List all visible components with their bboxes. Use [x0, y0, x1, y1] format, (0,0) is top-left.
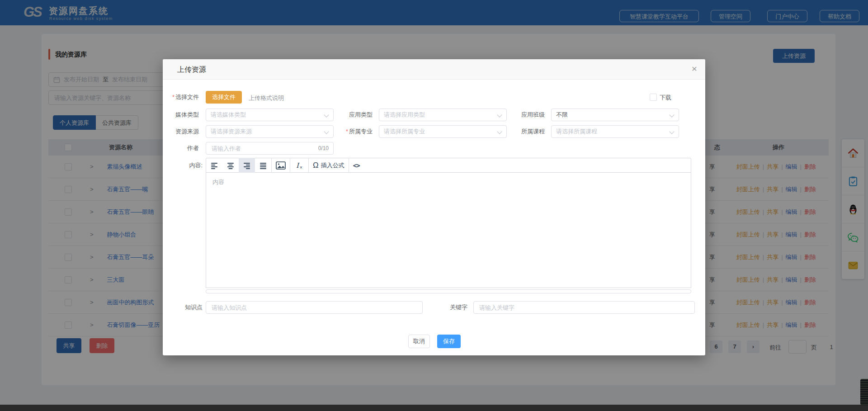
clear-format-icon[interactable]: I× [290, 158, 308, 173]
file-label: *选择文件 [163, 91, 199, 104]
save-button[interactable]: 保存 [437, 335, 461, 348]
required-asterisk: * [172, 94, 175, 100]
close-icon[interactable]: × [692, 63, 697, 74]
author-input[interactable] [211, 145, 318, 152]
chevron-down-icon [324, 129, 329, 134]
upload-format-hint[interactable]: 上传格式说明 [249, 94, 284, 102]
author-box: 0/10 [206, 142, 334, 155]
chevron-down-icon [497, 112, 502, 117]
app-class-select[interactable]: 不限 [551, 109, 679, 121]
course-select[interactable]: 请选择所属课程 [551, 125, 679, 138]
knowledge-box [206, 301, 423, 314]
align-right-icon[interactable] [239, 158, 255, 173]
modal-header: 上传资源 × [163, 59, 705, 80]
download-checkbox[interactable] [650, 94, 657, 101]
course-label: 所属课程 [513, 125, 545, 138]
code-view-icon[interactable]: <> [349, 158, 364, 173]
align-center-icon[interactable] [222, 158, 239, 173]
svg-text:×: × [300, 165, 302, 170]
knowledge-input[interactable] [211, 304, 418, 312]
app-class-label: 应用班级 [513, 109, 545, 121]
chevron-down-icon [324, 112, 329, 117]
app-root: GS 资源网盘系统 Resource web disk system 智慧课堂教… [0, 0, 868, 411]
omega-icon: Ω [313, 161, 319, 170]
app-type-select[interactable]: 请选择应用类型 [379, 109, 507, 121]
app-type-label: 应用类型 [341, 109, 373, 121]
download-label: 下载 [660, 94, 671, 102]
media-type-select[interactable]: 请选媒体类型 [206, 109, 334, 121]
author-label: 作者 [167, 142, 199, 155]
chevron-down-icon [669, 129, 674, 134]
keyword-box [473, 301, 695, 314]
required-asterisk: * [346, 128, 348, 135]
source-select[interactable]: 请选择资源来源 [206, 125, 334, 138]
editor-placeholder: 内容 [212, 179, 224, 185]
content-editor[interactable]: 内容 [206, 172, 691, 288]
char-counter: 0/10 [318, 145, 329, 151]
keyword-input[interactable] [478, 304, 690, 312]
source-label: 资源来源 [167, 125, 199, 138]
upload-modal: 上传资源 × *选择文件 选择文件 上传格式说明 下载 媒体类型 请选媒体类型 … [163, 59, 705, 355]
insert-formula-label: 插入公式 [321, 161, 344, 170]
align-left-icon[interactable] [206, 158, 222, 173]
editor-toolbar: I× Ω 插入公式 <> [206, 158, 691, 173]
editor-scrollbar[interactable] [206, 289, 691, 293]
major-label: *所属专业 [336, 125, 373, 138]
knowledge-label: 知识点 [171, 301, 203, 314]
cancel-button[interactable]: 取消 [408, 335, 430, 348]
choose-file-button[interactable]: 选择文件 [206, 91, 242, 104]
keyword-label: 关键字 [440, 301, 467, 314]
insert-image-icon[interactable] [272, 158, 290, 173]
chevron-down-icon [669, 112, 674, 117]
align-justify-icon[interactable] [255, 158, 271, 173]
chevron-down-icon [497, 129, 502, 134]
insert-formula-button[interactable]: Ω 插入公式 [309, 158, 349, 173]
major-select[interactable]: 请选择所属专业 [379, 125, 507, 138]
content-label: 内容: [171, 159, 203, 172]
media-type-label: 媒体类型 [167, 109, 199, 121]
modal-title: 上传资源 [177, 65, 206, 75]
svg-text:I: I [296, 161, 300, 170]
